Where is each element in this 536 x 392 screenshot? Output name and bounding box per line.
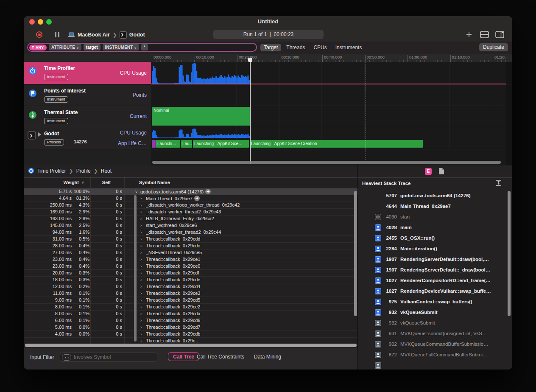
call-tree-horizontal-scrollbar[interactable] [25, 344, 357, 347]
breadcrumb-item[interactable]: Time Profiler [37, 168, 66, 174]
view-tab-instruments[interactable]: Instruments [332, 44, 366, 51]
filter-token[interactable]: INSTRUMENT∨ [103, 44, 139, 50]
view-tab-threads[interactable]: Threads [283, 44, 308, 51]
track-header-thermal-state[interactable]: Thermal State Instrument Current [24, 106, 151, 127]
extended-detail-tab[interactable]: E [425, 168, 432, 175]
stack-trace-row[interactable]: 1907RenderingServerDefault::_draw(bool… [358, 265, 512, 276]
device-target-selector[interactable]: MacBook Air ❯ ❯_ Godot [68, 31, 145, 39]
disclosure-closed-icon[interactable]: › [140, 332, 144, 336]
disclosure-closed-icon[interactable]: › [140, 271, 144, 275]
godot-process-graph[interactable]: Launchi…Lau…Launching - AppKit Sce…Launc… [151, 127, 506, 149]
stack-trace-row[interactable] [358, 361, 512, 370]
disclosure-closed-icon[interactable]: › [140, 237, 144, 241]
disclosure-closed-icon[interactable]: › [140, 210, 144, 214]
lifecycle-span[interactable] [152, 140, 156, 148]
ruler-scale[interactable]: 00:00.00000:10.00000:20.00000:30.00000:4… [151, 54, 506, 62]
layout-rows-button[interactable] [480, 31, 489, 39]
call-tree-button[interactable]: Call Tree [168, 352, 199, 361]
stack-trace-row[interactable]: 2284Main::iteration() [358, 244, 512, 255]
time-ruler[interactable]: 00:00.00000:10.00000:20.00000:30.00000:4… [24, 54, 512, 62]
stack-trace-row[interactable]: 932vkQueueSubmit [358, 308, 512, 318]
track-header-godot[interactable]: ❯_ Godot Process 14276 CPU Usage App Lif… [24, 127, 151, 149]
track-row-time-profiler[interactable]: Time Profiler Instrument CPU Usage [24, 62, 512, 84]
call-tree-row[interactable]: 4.64 s81.3%0 s›Main Thread 0x29ae7➔ [24, 195, 357, 202]
disclosure-closed-icon[interactable]: › [140, 325, 144, 330]
stack-trace-row[interactable]: 2455OS_OSX::run() [358, 233, 512, 244]
column-header-symbol-name[interactable]: Symbol Name [139, 180, 170, 185]
column-scroll-strip[interactable] [134, 195, 137, 342]
call-tree-row[interactable]: 31.00 ms0.5%0 s›Thread::callback 0x29cdd [24, 236, 357, 243]
app-lifecycle-lane[interactable]: Launchi…Lau…Launching - AppKit Sce…Launc… [151, 139, 506, 149]
duplicate-button[interactable]: Duplicate [479, 43, 508, 51]
stack-trace-row[interactable]: 872MVKQueueFullCommandBufferSubmi… [358, 350, 512, 361]
timeline-horizontal-scrollbar[interactable] [152, 161, 501, 164]
document-detail-tab[interactable] [438, 168, 444, 175]
column-header-self[interactable]: Self [85, 180, 111, 185]
stack-trace-row[interactable]: 1027RendererCompositorRD::end_frame(… [358, 276, 512, 286]
call-tree-row[interactable]: 4.00 ms0.0%0 s›Thread::callback 0x29cdb [24, 331, 357, 338]
add-instrument-button[interactable] [466, 31, 475, 39]
disclosure-closed-icon[interactable]: › [140, 318, 144, 323]
stack-trace-row[interactable]: 1027RenderingDeviceVulkan::swap_buffe… [358, 286, 512, 297]
disclosure-closed-icon[interactable]: › [140, 196, 144, 201]
stack-trace-scrollbar[interactable] [508, 191, 511, 316]
track-row-godot[interactable]: ❯_ Godot Process 14276 CPU Usage App Lif… [24, 127, 512, 149]
call-tree-row[interactable]: 9.00 ms0.1%0 s›Thread::callback 0x29cd5 [24, 297, 357, 304]
stack-trace-row[interactable]: 902MVKQueueCommandBufferSubmissio… [358, 339, 512, 350]
call-tree-row[interactable]: 27.00 ms0.4%0 s›_NSEventThread 0x29ce5 [24, 249, 357, 256]
filter-dropdown-icon[interactable]: ▼∨ [62, 354, 71, 361]
toggle-right-sidebar-button[interactable] [495, 31, 505, 39]
stack-trace-row[interactable]: ⚙4030start [358, 212, 512, 223]
disclosure-closed-icon[interactable]: › [140, 216, 144, 221]
disclosure-closed-icon[interactable]: › [140, 284, 144, 289]
call-tree-row[interactable]: 94.00 ms1.6%0 s›_dispatch_worker_thread2… [24, 229, 357, 236]
filter-token[interactable]: * [141, 44, 148, 50]
call-tree-row[interactable]: 5.00 ms0.0%0 s›Thread::callback 0x29cd7 [24, 324, 357, 331]
flatten-stack-icon[interactable] [495, 179, 502, 186]
run-status[interactable]: Run 1 of 1 | 00:00:23 [213, 30, 324, 39]
breadcrumb-item[interactable]: Profile [76, 168, 91, 174]
stack-trace-row[interactable]: 975VulkanContext::swap_buffers() [358, 297, 512, 308]
filter-token[interactable]: target [84, 44, 100, 50]
disclosure-closed-icon[interactable]: › [140, 244, 144, 248]
call-tree-row[interactable]: 11.00 ms0.1%0 s›Thread::callback 0x29ce3 [24, 290, 357, 297]
call-tree-row[interactable]: 23.00 ms0.4%0 s›Thread::callback 0x29ce1 [24, 256, 357, 263]
view-tab-target[interactable]: Target [260, 44, 281, 51]
disclosure-closed-icon[interactable]: › [140, 223, 144, 228]
call-tree-row[interactable]: 23.00 ms0.4%0 s›Thread::callback 0x29ce0 [24, 263, 357, 270]
call-tree-row[interactable]: 12.00 ms0.2%0 s›Thread::callback 0x29cd4 [24, 283, 357, 290]
record-button[interactable] [36, 31, 42, 38]
call-tree-row[interactable]: 20.00 ms0.3%0 s›Thread::callback 0x29cdf [24, 270, 357, 277]
track-row-points-of-interest[interactable]: Points of Interest Instrument Points [24, 84, 512, 106]
stack-trace-row[interactable]: 932vkQueueSubmit [358, 318, 512, 329]
filter-token[interactable]: ATTRIBUTE∨ [49, 44, 81, 50]
lifecycle-span[interactable]: Launching - AppKit Sce… [193, 140, 249, 148]
view-tab-cpus[interactable]: CPUs [310, 44, 330, 51]
track-filter-field[interactable]: ANY ATTRIBUTE∨targetINSTRUMENT∨* [27, 43, 257, 52]
track-header-time-profiler[interactable]: Time Profiler Instrument CPU Usage [24, 62, 151, 84]
stack-trace-row[interactable]: 5707godot.osx.tools.arm64 (14276) [358, 191, 512, 202]
track-row-thermal-state[interactable]: Thermal State Instrument Current Nominal [24, 106, 512, 127]
track-header-points-of-interest[interactable]: Points of Interest Instrument Points [24, 84, 151, 106]
disclosure-open-icon[interactable]: ∨ [135, 189, 139, 194]
disclosure-closed-icon[interactable]: › [140, 277, 144, 282]
call-tree-row[interactable]: 163.00 ms2.8%0 s›HALB_IOThread::Entry 0x… [24, 216, 357, 222]
disclosure-closed-icon[interactable]: › [140, 291, 144, 296]
disclosure-closed-icon[interactable]: › [140, 203, 144, 207]
symbol-filter-input[interactable]: ▼∨ Involves Symbol [60, 353, 157, 362]
call-tree-row[interactable]: 5.71 s100.0%0 s∨godot.osx.tools.arm64 (1… [24, 188, 357, 195]
focus-arrow-button[interactable]: ➔ [205, 189, 211, 194]
call-tree-row[interactable]: 145.00 ms2.5%0 s›start_wqthread 0x29ce6 [24, 222, 357, 229]
stack-trace-row[interactable]: 931MVKQueue::submit(unsigned int, VkS… [358, 329, 512, 339]
pause-button[interactable] [55, 32, 59, 37]
call-tree-row[interactable]: 6.00 ms0.1%0 s›Thread::callback 0x29cd6 [24, 317, 357, 324]
data-mining-button[interactable]: Data Mining [254, 354, 281, 360]
points-graph[interactable] [151, 84, 506, 106]
call-tree-row[interactable]: 169.00 ms2.9%0 s›_dispatch_worker_thread… [24, 209, 357, 216]
focus-arrow-button[interactable]: ➔ [194, 196, 200, 201]
call-tree-row[interactable]: 8.00 ms0.1%0 s›Thread::callback 0x29cda [24, 311, 357, 317]
call-tree-constraints-button[interactable]: Call Tree Constraints [197, 354, 244, 360]
disclosure-closed-icon[interactable]: › [140, 257, 144, 262]
stack-trace-row[interactable]: 4644Main Thread 0x29ae7 [358, 202, 512, 212]
call-tree-row[interactable]: 8.00 ms0.1%0 s›Thread::callback 0x29ce2 [24, 304, 357, 311]
